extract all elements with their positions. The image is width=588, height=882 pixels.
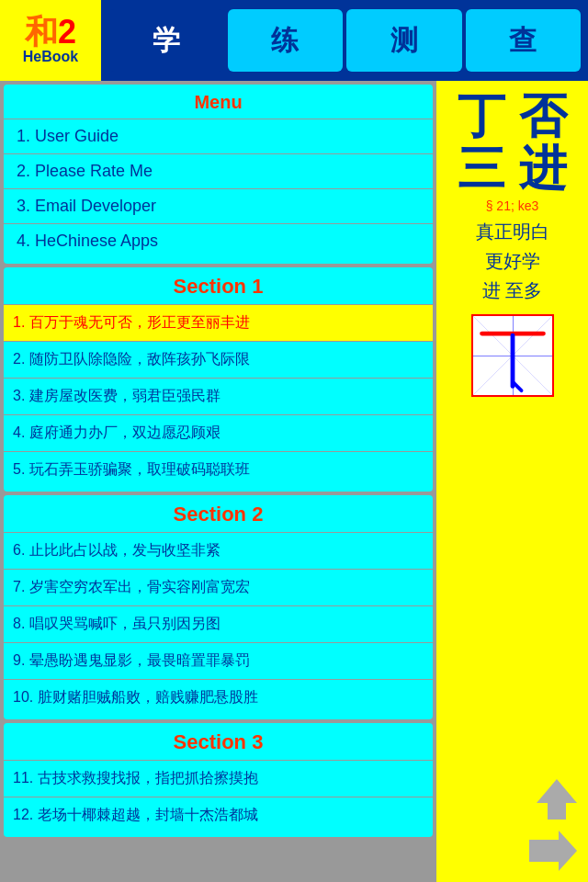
menu-item-4[interactable]: 4. HeChinese Apps [4, 223, 433, 258]
tab-learn[interactable]: 学 [108, 9, 224, 72]
section-3-title: Section 3 [4, 723, 433, 760]
section-3: Section 3 11. 古技求救搜找报，指把抓拾擦摸抱 12. 老场十椰棘超… [4, 723, 433, 837]
menu-title: Menu [4, 85, 433, 119]
section-1-item-1[interactable]: 1. 百万于魂无可否，形正更至丽丰进 [4, 304, 433, 341]
pinyin-display: § 21; ke3 [436, 195, 588, 217]
section-1-item-3[interactable]: 3. 建房屋改医费，弱君臣强民群 [4, 378, 433, 414]
right-panel: 丁 否 三 进 § 21; ke3 真正明白 更好学 进 至多 [436, 81, 588, 882]
section-2-title: Section 2 [4, 495, 433, 532]
section-2-item-2[interactable]: 7. 岁害空穷农军出，骨实容刚富宽宏 [4, 569, 433, 605]
logo-sub: HeBook [23, 49, 78, 65]
section-1-item-5[interactable]: 5. 玩石弄玉骄骗聚，取理破码聪联班 [4, 451, 433, 488]
section-2: Section 2 6. 止比此占以战，发与收坚非紧 7. 岁害空穷农军出，骨实… [4, 495, 433, 719]
menu-item-3[interactable]: 3. Email Developer [4, 188, 433, 223]
left-panel[interactable]: Menu 1. User Guide 2. Please Rate Me 3. … [0, 81, 436, 882]
logo-text: 和2 [25, 16, 76, 49]
section-1-item-4[interactable]: 4. 庭府通力办厂，双边愿忍顾艰 [4, 414, 433, 451]
section-2-item-5[interactable]: 10. 脏财赌胆贼船败，赔贱赚肥悬股胜 [4, 679, 433, 716]
tab-test[interactable]: 测 [346, 9, 462, 72]
logo: 和2 HeBook [0, 0, 101, 81]
svg-marker-4 [537, 779, 577, 820]
section-3-item-2[interactable]: 12. 老场十椰棘超越，封墙十杰浩都城 [4, 797, 433, 833]
menu-item-2[interactable]: 2. Please Rate Me [4, 153, 433, 188]
section-2-item-4[interactable]: 9. 晕愚盼遇鬼显影，最畏暗置罪暴罚 [4, 642, 433, 679]
section-2-item-1[interactable]: 6. 止比此占以战，发与收坚非紧 [4, 532, 433, 569]
section-1-title: Section 1 [4, 267, 433, 304]
tab-lookup[interactable]: 查 [466, 9, 582, 72]
meaning-2: 更好学 [436, 246, 588, 276]
header: 和2 HeBook 学 练 测 查 [0, 0, 588, 81]
nav-tabs: 学 练 测 查 [101, 0, 588, 81]
main-content: Menu 1. User Guide 2. Please Rate Me 3. … [0, 81, 588, 882]
section-1: Section 1 1. 百万于魂无可否，形正更至丽丰进 2. 随防卫队除隐险，… [4, 267, 433, 492]
nav-next-arrow[interactable] [526, 827, 581, 878]
menu-section: Menu 1. User Guide 2. Please Rate Me 3. … [4, 85, 433, 264]
tab-practice[interactable]: 练 [228, 9, 344, 72]
meaning-1: 真正明白 [436, 217, 588, 246]
section-1-item-2[interactable]: 2. 随防卫队除隐险，敌阵孩孙飞际限 [4, 341, 433, 378]
section-3-item-1[interactable]: 11. 古技求救搜找报，指把抓拾擦摸抱 [4, 760, 433, 797]
svg-marker-5 [529, 831, 577, 871]
stroke-box [471, 314, 554, 397]
nav-up-arrow[interactable] [533, 775, 581, 827]
section-2-item-3[interactable]: 8. 唱叹哭骂喊吓，虽只别因另图 [4, 605, 433, 642]
menu-item-1[interactable]: 1. User Guide [4, 119, 433, 153]
meaning-3: 进 至多 [436, 276, 588, 305]
char-display-2: 三 进 [436, 142, 588, 195]
char-display-1: 丁 否 [436, 90, 588, 142]
